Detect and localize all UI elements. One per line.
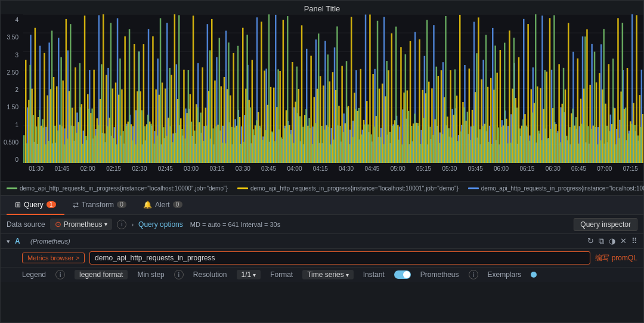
svg-rect-562 — [596, 82, 597, 163]
svg-rect-600 — [634, 125, 636, 163]
svg-rect-450 — [479, 129, 481, 163]
svg-rect-538 — [571, 113, 572, 163]
svg-rect-97 — [115, 82, 117, 163]
legend-format-val[interactable]: legend format — [75, 270, 128, 279]
delete-icon[interactable]: ✕ — [620, 236, 627, 246]
svg-rect-426 — [454, 69, 456, 163]
tab-transform[interactable]: ⇄ Transform 0 — [64, 196, 135, 215]
svg-rect-312 — [336, 26, 338, 163]
svg-rect-129 — [147, 115, 149, 163]
resolution-select[interactable]: 1/1 ▾ — [237, 270, 261, 279]
svg-rect-358 — [385, 96, 386, 163]
svg-rect-586 — [620, 91, 622, 163]
toggle-thumb — [403, 271, 410, 278]
svg-rect-330 — [355, 109, 357, 163]
tab-alert[interactable]: 🔔 Alert 0 — [135, 196, 191, 215]
svg-rect-85 — [103, 14, 104, 163]
svg-rect-564 — [597, 144, 599, 163]
svg-rect-325 — [351, 17, 352, 163]
svg-rect-19 — [35, 28, 36, 163]
datasource-select[interactable]: ⊙ Prometheus ▾ — [50, 219, 113, 230]
query-inspector-button[interactable]: Query inspector — [574, 218, 637, 231]
edit-promql-label[interactable]: 编写 promQL — [595, 253, 637, 263]
svg-rect-531 — [563, 68, 565, 163]
svg-rect-595 — [630, 121, 631, 163]
svg-rect-132 — [150, 124, 152, 163]
svg-rect-193 — [214, 81, 216, 163]
svg-rect-598 — [633, 103, 634, 163]
svg-rect-249 — [271, 131, 273, 163]
chevron-down-icon: ▾ — [104, 221, 107, 227]
svg-rect-517 — [549, 18, 551, 163]
y-label-150: 1.50 — [2, 104, 21, 110]
svg-rect-444 — [473, 126, 475, 163]
x-label: 05:00 — [385, 165, 411, 172]
svg-rect-105 — [122, 131, 124, 163]
drag-icon[interactable]: ⠿ — [631, 236, 637, 246]
svg-rect-535 — [568, 23, 569, 163]
format-select[interactable]: Time series ▾ — [302, 270, 354, 279]
svg-rect-369 — [395, 27, 397, 163]
svg-rect-565 — [599, 73, 600, 163]
svg-rect-169 — [190, 94, 191, 163]
svg-rect-507 — [538, 131, 540, 163]
svg-rect-579 — [612, 59, 614, 163]
svg-rect-483 — [513, 38, 515, 163]
x-axis: 01:30 01:45 02:00 02:15 02:30 02:45 03:0… — [23, 163, 643, 181]
toggle-icon[interactable]: ◑ — [609, 236, 615, 246]
legend-item-2[interactable]: demo_api_http_requests_in_progress{insta… — [468, 185, 644, 192]
svg-rect-84 — [101, 64, 103, 163]
svg-rect-283 — [307, 126, 309, 163]
query-options-link[interactable]: Query options — [138, 220, 183, 229]
tab-alert-badge: 0 — [173, 201, 182, 208]
svg-rect-310 — [335, 90, 337, 163]
x-label: 02:45 — [153, 165, 178, 172]
tab-query[interactable]: ⊞ Query 1 — [7, 196, 64, 215]
refresh-icon[interactable]: ↻ — [587, 236, 594, 246]
svg-rect-480 — [510, 143, 512, 163]
svg-rect-52 — [69, 91, 70, 163]
chart-svg: // Generated by JS below — [23, 14, 643, 163]
svg-rect-210 — [231, 127, 233, 163]
svg-rect-447 — [476, 53, 478, 163]
instant-toggle[interactable] — [394, 270, 411, 279]
svg-rect-474 — [504, 43, 506, 163]
svg-rect-251 — [275, 15, 277, 163]
collapse-arrow[interactable]: ▾ — [7, 238, 10, 245]
svg-rect-102 — [119, 59, 121, 163]
metrics-browser-button[interactable]: Metrics browser > — [22, 253, 85, 263]
svg-rect-520 — [552, 108, 554, 163]
svg-rect-240 — [262, 140, 264, 163]
legend-info-icon[interactable]: i — [55, 270, 65, 279]
x-label: 03:15 — [204, 165, 230, 172]
svg-rect-327 — [352, 137, 354, 163]
x-label: 06:15 — [514, 165, 540, 172]
svg-rect-76 — [93, 70, 95, 163]
svg-rect-607 — [642, 114, 643, 163]
duplicate-icon[interactable]: ⧉ — [599, 236, 604, 246]
svg-rect-373 — [400, 47, 402, 163]
prometheus-info-icon[interactable]: i — [469, 270, 478, 279]
svg-rect-168 — [188, 70, 190, 163]
svg-rect-30 — [45, 144, 47, 163]
svg-rect-313 — [338, 106, 340, 163]
info-icon[interactable]: i — [117, 220, 126, 229]
svg-rect-343 — [369, 14, 371, 163]
svg-rect-127 — [146, 124, 148, 163]
svg-rect-274 — [298, 89, 300, 163]
svg-rect-601 — [636, 15, 637, 163]
svg-rect-250 — [273, 88, 275, 163]
legend-item-0[interactable]: demo_api_http_requests_in_progress{insta… — [7, 185, 228, 192]
query-input[interactable] — [89, 251, 590, 264]
svg-rect-409 — [438, 76, 439, 163]
min-step-info-icon[interactable]: i — [174, 270, 184, 279]
svg-rect-352 — [379, 88, 380, 163]
svg-rect-98 — [117, 18, 119, 163]
svg-rect-112 — [131, 124, 132, 163]
svg-rect-279 — [302, 127, 304, 163]
format-value: Time series — [307, 270, 344, 279]
legend-item-1[interactable]: demo_api_http_requests_in_progress{insta… — [237, 185, 459, 192]
x-label: 04:15 — [308, 165, 333, 172]
svg-rect-583 — [617, 18, 619, 163]
svg-rect-39 — [54, 126, 56, 163]
